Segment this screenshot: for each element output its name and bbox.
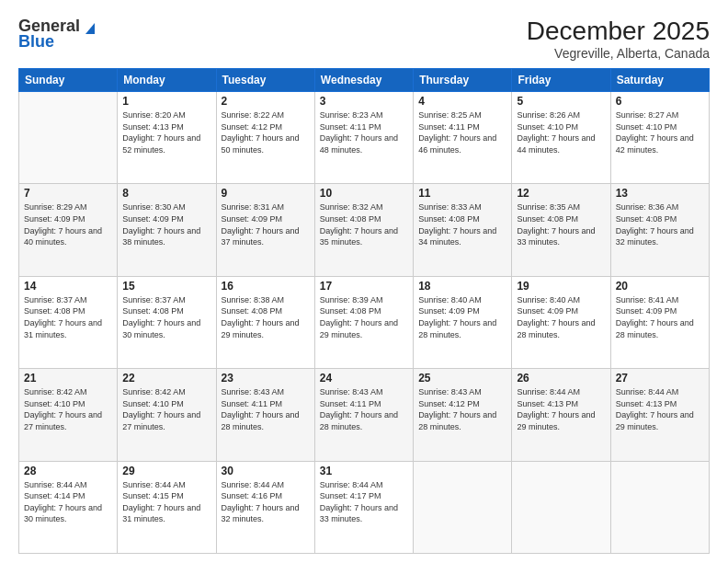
day-info: Sunrise: 8:40 AMSunset: 4:09 PMDaylight:… <box>517 294 605 340</box>
calendar-day-cell: 9Sunrise: 8:31 AMSunset: 4:09 PMDaylight… <box>216 184 314 276</box>
day-number: 31 <box>320 465 408 477</box>
calendar-day-cell: 11Sunrise: 8:33 AMSunset: 4:08 PMDayligh… <box>414 184 512 276</box>
day-info: Sunrise: 8:44 AMSunset: 4:17 PMDaylight:… <box>320 479 408 525</box>
day-number: 29 <box>122 465 210 477</box>
day-number: 15 <box>122 280 210 293</box>
logo-blue-text: Blue <box>18 32 54 52</box>
calendar-day-cell: 1Sunrise: 8:20 AMSunset: 4:13 PMDaylight… <box>118 92 216 184</box>
calendar-week-row: 21Sunrise: 8:42 AMSunset: 4:10 PMDayligh… <box>19 369 710 461</box>
weekday-header-cell: Friday <box>512 69 610 92</box>
day-number: 18 <box>418 280 506 293</box>
calendar-table: SundayMondayTuesdayWednesdayThursdayFrid… <box>18 68 710 554</box>
day-info: Sunrise: 8:32 AMSunset: 4:08 PMDaylight:… <box>320 201 408 247</box>
day-number: 13 <box>616 187 704 200</box>
calendar-day-cell: 23Sunrise: 8:43 AMSunset: 4:11 PMDayligh… <box>216 369 314 461</box>
day-info: Sunrise: 8:37 AMSunset: 4:08 PMDaylight:… <box>122 294 210 340</box>
day-number: 19 <box>517 280 605 293</box>
calendar-day-cell: 7Sunrise: 8:29 AMSunset: 4:09 PMDaylight… <box>19 184 118 276</box>
weekday-header-row: SundayMondayTuesdayWednesdayThursdayFrid… <box>19 69 710 92</box>
calendar-day-cell: 25Sunrise: 8:43 AMSunset: 4:12 PMDayligh… <box>414 369 512 461</box>
day-info: Sunrise: 8:26 AMSunset: 4:10 PMDaylight:… <box>517 109 605 155</box>
calendar-day-cell: 2Sunrise: 8:22 AMSunset: 4:12 PMDaylight… <box>216 92 314 184</box>
day-info: Sunrise: 8:43 AMSunset: 4:11 PMDaylight:… <box>320 386 408 432</box>
day-number: 12 <box>517 187 605 200</box>
logo: General Blue <box>18 17 98 52</box>
calendar-day-cell <box>19 92 118 184</box>
calendar-day-cell: 13Sunrise: 8:36 AMSunset: 4:08 PMDayligh… <box>610 184 709 276</box>
day-info: Sunrise: 8:29 AMSunset: 4:09 PMDaylight:… <box>24 201 112 247</box>
calendar-day-cell: 20Sunrise: 8:41 AMSunset: 4:09 PMDayligh… <box>610 276 709 368</box>
header: General Blue December 2025 Vegreville, A… <box>18 17 710 61</box>
day-info: Sunrise: 8:23 AMSunset: 4:11 PMDaylight:… <box>320 109 408 155</box>
day-number: 1 <box>122 95 210 108</box>
day-info: Sunrise: 8:27 AMSunset: 4:10 PMDaylight:… <box>616 109 704 155</box>
calendar-day-cell: 18Sunrise: 8:40 AMSunset: 4:09 PMDayligh… <box>414 276 512 368</box>
weekday-header-cell: Monday <box>118 69 216 92</box>
calendar-day-cell: 8Sunrise: 8:30 AMSunset: 4:09 PMDaylight… <box>118 184 216 276</box>
calendar-day-cell: 17Sunrise: 8:39 AMSunset: 4:08 PMDayligh… <box>314 276 413 368</box>
logo-triangle-icon <box>82 19 98 36</box>
calendar-subtitle: Vegreville, Alberta, Canada <box>527 46 710 61</box>
calendar-day-cell: 4Sunrise: 8:25 AMSunset: 4:11 PMDaylight… <box>414 92 512 184</box>
day-number: 5 <box>517 95 605 108</box>
day-number: 26 <box>517 372 605 385</box>
day-number: 3 <box>320 95 408 108</box>
day-info: Sunrise: 8:44 AMSunset: 4:15 PMDaylight:… <box>122 479 210 525</box>
day-info: Sunrise: 8:44 AMSunset: 4:16 PMDaylight:… <box>222 479 310 525</box>
day-number: 23 <box>222 372 310 385</box>
weekday-header-cell: Sunday <box>19 69 118 92</box>
day-number: 16 <box>222 280 310 293</box>
day-number: 27 <box>616 372 704 385</box>
calendar-week-row: 7Sunrise: 8:29 AMSunset: 4:09 PMDaylight… <box>19 184 710 276</box>
calendar-day-cell: 16Sunrise: 8:38 AMSunset: 4:08 PMDayligh… <box>216 276 314 368</box>
day-number: 9 <box>222 187 310 200</box>
calendar-day-cell: 14Sunrise: 8:37 AMSunset: 4:08 PMDayligh… <box>19 276 118 368</box>
day-info: Sunrise: 8:44 AMSunset: 4:13 PMDaylight:… <box>616 386 704 432</box>
day-info: Sunrise: 8:35 AMSunset: 4:08 PMDaylight:… <box>517 201 605 247</box>
calendar-day-cell <box>512 461 610 553</box>
day-info: Sunrise: 8:44 AMSunset: 4:13 PMDaylight:… <box>517 386 605 432</box>
day-info: Sunrise: 8:33 AMSunset: 4:08 PMDaylight:… <box>418 201 506 247</box>
svg-marker-0 <box>85 23 95 34</box>
calendar-day-cell: 3Sunrise: 8:23 AMSunset: 4:11 PMDaylight… <box>314 92 413 184</box>
day-info: Sunrise: 8:43 AMSunset: 4:12 PMDaylight:… <box>418 386 506 432</box>
calendar-day-cell <box>610 461 709 553</box>
weekday-header-cell: Thursday <box>414 69 512 92</box>
day-info: Sunrise: 8:30 AMSunset: 4:09 PMDaylight:… <box>122 201 210 247</box>
day-info: Sunrise: 8:43 AMSunset: 4:11 PMDaylight:… <box>222 386 310 432</box>
day-number: 10 <box>320 187 408 200</box>
calendar-day-cell: 26Sunrise: 8:44 AMSunset: 4:13 PMDayligh… <box>512 369 610 461</box>
day-info: Sunrise: 8:37 AMSunset: 4:08 PMDaylight:… <box>24 294 112 340</box>
day-info: Sunrise: 8:31 AMSunset: 4:09 PMDaylight:… <box>222 201 310 247</box>
day-info: Sunrise: 8:36 AMSunset: 4:08 PMDaylight:… <box>616 201 704 247</box>
day-info: Sunrise: 8:25 AMSunset: 4:11 PMDaylight:… <box>418 109 506 155</box>
day-number: 20 <box>616 280 704 293</box>
weekday-header-cell: Saturday <box>610 69 709 92</box>
day-info: Sunrise: 8:44 AMSunset: 4:14 PMDaylight:… <box>24 479 112 525</box>
calendar-day-cell: 29Sunrise: 8:44 AMSunset: 4:15 PMDayligh… <box>118 461 216 553</box>
day-number: 7 <box>24 187 112 200</box>
day-number: 4 <box>418 95 506 108</box>
day-info: Sunrise: 8:39 AMSunset: 4:08 PMDaylight:… <box>320 294 408 340</box>
day-number: 24 <box>320 372 408 385</box>
weekday-header-cell: Tuesday <box>216 69 314 92</box>
calendar-week-row: 28Sunrise: 8:44 AMSunset: 4:14 PMDayligh… <box>19 461 710 553</box>
day-info: Sunrise: 8:42 AMSunset: 4:10 PMDaylight:… <box>24 386 112 432</box>
day-number: 28 <box>24 465 112 477</box>
calendar-title: December 2025 <box>527 17 710 46</box>
day-info: Sunrise: 8:22 AMSunset: 4:12 PMDaylight:… <box>222 109 310 155</box>
calendar-day-cell: 30Sunrise: 8:44 AMSunset: 4:16 PMDayligh… <box>216 461 314 553</box>
day-number: 8 <box>122 187 210 200</box>
title-block: December 2025 Vegreville, Alberta, Canad… <box>527 17 710 61</box>
calendar-day-cell: 28Sunrise: 8:44 AMSunset: 4:14 PMDayligh… <box>19 461 118 553</box>
calendar-week-row: 1Sunrise: 8:20 AMSunset: 4:13 PMDaylight… <box>19 92 710 184</box>
calendar-day-cell: 27Sunrise: 8:44 AMSunset: 4:13 PMDayligh… <box>610 369 709 461</box>
weekday-header-cell: Wednesday <box>314 69 413 92</box>
calendar-day-cell: 12Sunrise: 8:35 AMSunset: 4:08 PMDayligh… <box>512 184 610 276</box>
calendar-week-row: 14Sunrise: 8:37 AMSunset: 4:08 PMDayligh… <box>19 276 710 368</box>
calendar-day-cell: 24Sunrise: 8:43 AMSunset: 4:11 PMDayligh… <box>314 369 413 461</box>
day-info: Sunrise: 8:40 AMSunset: 4:09 PMDaylight:… <box>418 294 506 340</box>
calendar-day-cell: 6Sunrise: 8:27 AMSunset: 4:10 PMDaylight… <box>610 92 709 184</box>
day-number: 11 <box>418 187 506 200</box>
calendar-day-cell: 31Sunrise: 8:44 AMSunset: 4:17 PMDayligh… <box>314 461 413 553</box>
